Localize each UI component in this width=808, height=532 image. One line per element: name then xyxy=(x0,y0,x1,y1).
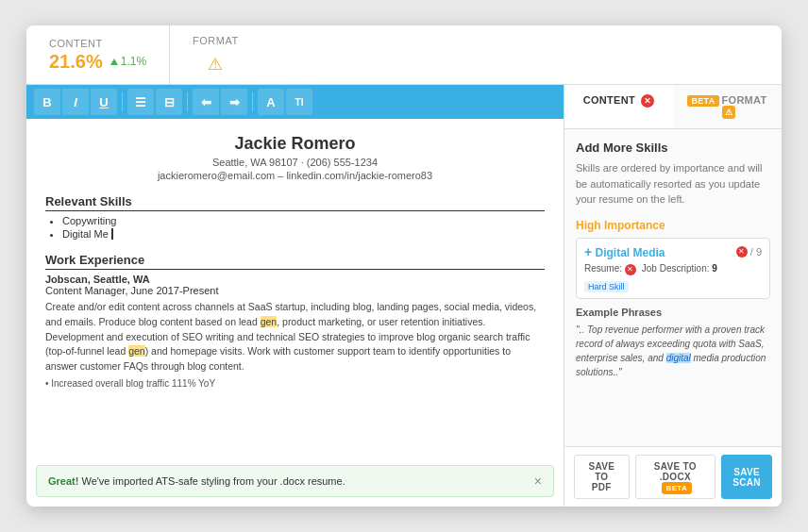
score-denominator: / 9 xyxy=(750,246,762,258)
resume-content[interactable]: Jackie Romero Seattle, WA 98107 · (206) … xyxy=(26,119,564,507)
ordered-list-button[interactable]: ⊟ xyxy=(156,89,182,115)
toast-text: Great! We've imported ATS-safe styling f… xyxy=(48,475,345,487)
job-desc-label: Job Description: 9 xyxy=(642,263,717,275)
skills-title: Relevant Skills xyxy=(45,194,545,211)
tab-content-label: CONTENT xyxy=(583,94,635,106)
example-phrase: ".. Top revenue performer with a proven … xyxy=(576,323,770,379)
tab-format[interactable]: BETAFORMAT ⚠ xyxy=(673,85,782,128)
stats-bar: CONTENT 21.6% 1.1% FORMAT ⚠ xyxy=(26,25,782,85)
tab-format-label: BETAFORMAT ⚠ xyxy=(687,94,766,117)
beta-label: BETA xyxy=(662,482,692,494)
importance-label: High Importance xyxy=(576,219,770,232)
resume-name: Jackie Romero xyxy=(45,134,545,154)
toolbar-sep-2 xyxy=(187,92,188,111)
plus-icon: + xyxy=(584,244,592,259)
content-value: 21.6% xyxy=(49,51,103,73)
resume-contact-1: Seattle, WA 98107 · (206) 555-1234 xyxy=(45,157,545,168)
skills-list: Copywriting Digital Me xyxy=(45,215,545,240)
align-left-button[interactable]: ⬅ xyxy=(193,89,219,115)
resume-text: Resume: xyxy=(584,263,622,274)
job-desc-text: Job Description: xyxy=(642,263,710,274)
main-area: B I U ☰ ⊟ ⬅ ➡ A TI Jackie Romero Seattle… xyxy=(26,85,782,507)
skill-header: + Digital Media ✕ / 9 xyxy=(584,244,762,259)
beta-badge: BETA xyxy=(687,95,718,107)
right-content: Add More Skills Skills are ordered by im… xyxy=(564,129,782,446)
content-change: 1.1% xyxy=(110,55,146,68)
warning-icon: ⚠ xyxy=(208,54,223,75)
save-scan-button[interactable]: SAVE SCAN xyxy=(721,455,772,499)
save-to-docx-button[interactable]: SAVE TO .DOCX BETA xyxy=(635,455,715,499)
toast-bold: Great! xyxy=(48,475,78,487)
format-stats: FORMAT ⚠ xyxy=(169,25,261,84)
skill-score: ✕ / 9 xyxy=(736,246,762,258)
formatting-toolbar: B I U ☰ ⊟ ⬅ ➡ A TI xyxy=(26,85,564,119)
skill-digital-media: + Digital Media ✕ / 9 Resume: ✕ xyxy=(576,238,770,299)
content-label: CONTENT xyxy=(49,38,103,49)
font-color-button[interactable]: A xyxy=(258,89,284,115)
job-company: Jobscan, Seattle, WA xyxy=(45,274,545,285)
resume-panel: B I U ☰ ⊟ ⬅ ➡ A TI Jackie Romero Seattle… xyxy=(26,85,564,507)
skill-item-digital: Digital Me xyxy=(62,228,545,240)
hard-skill-tag: Hard Skill xyxy=(584,281,629,292)
italic-button[interactable]: I xyxy=(62,89,89,115)
content-tab-x-icon: ✕ xyxy=(641,94,654,108)
change-value: 1.1% xyxy=(121,55,146,68)
skill-item-copywriting: Copywriting xyxy=(62,215,545,226)
underline-button[interactable]: U xyxy=(91,89,117,115)
arrow-up-icon xyxy=(110,58,118,65)
skill-name: Digital Media xyxy=(596,246,665,259)
tab-content[interactable]: CONTENT ✕ xyxy=(564,85,673,128)
resume-x-icon: ✕ xyxy=(625,264,636,275)
toast-message: We've imported ATS-safe styling from you… xyxy=(81,475,345,487)
right-panel: CONTENT ✕ BETAFORMAT ⚠ Add More Skills S… xyxy=(564,85,782,507)
resume-label: Resume: ✕ xyxy=(584,263,636,275)
format-tab-warn-icon: ⚠ xyxy=(722,106,735,119)
toast-notification: Great! We've imported ATS-safe styling f… xyxy=(36,465,554,497)
resume-contact-2: jackieromero@email.com – linkedin.com/in… xyxy=(45,170,545,181)
work-title: Work Experience xyxy=(45,253,545,270)
content-stats: CONTENT 21.6% 1.1% xyxy=(26,25,169,84)
add-skills-desc: Skills are ordered by importance and wil… xyxy=(576,160,770,208)
format-label: FORMAT xyxy=(193,35,239,46)
highlight-gen: gen xyxy=(261,316,278,327)
example-phrases-title: Example Phrases xyxy=(576,307,770,318)
toast-close-button[interactable]: × xyxy=(534,474,542,489)
job-title: Content Manager, June 2017-Present xyxy=(45,285,545,296)
save-docx-label: SAVE TO .DOCX xyxy=(654,461,697,482)
bold-button[interactable]: B xyxy=(34,89,60,115)
align-center-button[interactable]: ➡ xyxy=(221,89,247,115)
toolbar-sep-1 xyxy=(122,92,123,111)
highlight-gen2: gen xyxy=(128,345,145,357)
font-size-button[interactable]: TI xyxy=(286,89,312,115)
skill-add-icon: + Digital Media xyxy=(584,244,665,259)
save-to-pdf-button[interactable]: SAVE TO PDF xyxy=(574,455,630,499)
skill-x-icon: ✕ xyxy=(736,246,748,258)
phrase-highlight-digital: digital xyxy=(666,353,691,363)
bottom-bar: SAVE TO PDF SAVE TO .DOCX BETA SAVE SCAN xyxy=(564,446,782,507)
skill-detail: Resume: ✕ Job Description: 9 Hard Skill xyxy=(584,263,762,292)
right-tabs: CONTENT ✕ BETAFORMAT ⚠ xyxy=(564,85,782,129)
job-bullet: • Increased overall blog traffic 111% Yo… xyxy=(45,378,545,389)
unordered-list-button[interactable]: ☰ xyxy=(127,89,154,115)
job-desc-score: 9 xyxy=(712,263,717,274)
add-skills-title: Add More Skills xyxy=(576,141,770,155)
toolbar-sep-3 xyxy=(252,92,253,111)
job-description: Create and/or edit content across channe… xyxy=(45,300,545,374)
main-window: CONTENT 21.6% 1.1% FORMAT ⚠ B I U ☰ xyxy=(26,25,782,507)
